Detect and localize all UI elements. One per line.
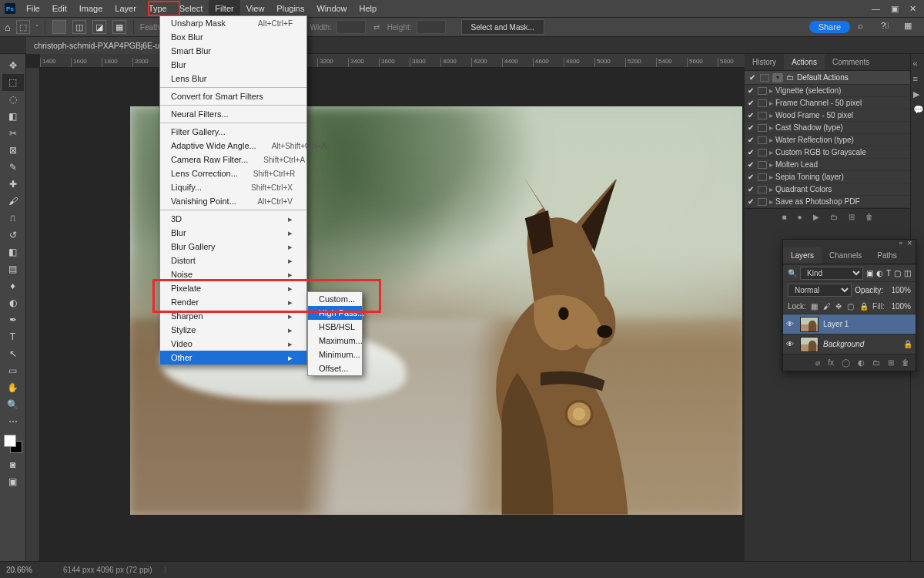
share-button[interactable]: Share xyxy=(809,21,850,33)
panel-tab-actions[interactable]: Actions xyxy=(784,54,825,70)
menu-item[interactable]: Offset... xyxy=(308,361,362,375)
history-brush-tool[interactable]: ↺ xyxy=(2,227,24,244)
home-icon[interactable]: ⌂ xyxy=(5,22,11,33)
menu-image[interactable]: Image xyxy=(73,0,109,17)
eyedropper-tool[interactable]: ✎ xyxy=(2,159,24,176)
rail-comment-icon[interactable]: 💬 xyxy=(913,105,922,114)
lock-pos-icon[interactable]: ✥ xyxy=(835,302,843,311)
width-input[interactable] xyxy=(336,20,366,34)
more-tools[interactable]: ⋯ xyxy=(2,413,24,430)
menu-item[interactable]: Blur Gallery▸ xyxy=(160,240,306,254)
menu-item[interactable]: Box Blur xyxy=(160,30,306,44)
panel-tab-comments[interactable]: Comments xyxy=(825,54,877,70)
menu-window[interactable]: Window xyxy=(310,0,353,17)
rail-menu-icon[interactable]: ≡ xyxy=(913,74,922,83)
blur-tool[interactable]: ♦ xyxy=(2,277,24,294)
sel-add-icon[interactable]: ◫ xyxy=(72,20,86,34)
panel-close-icon[interactable]: ✕ xyxy=(907,240,912,247)
brush-tool[interactable]: 🖌 xyxy=(2,193,24,210)
menu-item[interactable]: HSB/HSL xyxy=(308,320,362,334)
menu-item[interactable]: Camera Raw Filter...Shift+Ctrl+A xyxy=(160,153,306,166)
delete-layer-icon[interactable]: 🗑 xyxy=(902,358,909,367)
hand-tool[interactable]: ✋ xyxy=(2,379,24,396)
dodge-tool[interactable]: ◐ xyxy=(2,294,24,311)
menu-item[interactable]: Noise▸ xyxy=(160,267,306,281)
filter-smart-icon[interactable]: ◫ xyxy=(904,269,911,277)
menu-item[interactable]: Neural Filters... xyxy=(160,107,306,121)
action-item[interactable]: ✔▸Frame Channel - 50 pixel xyxy=(745,97,910,109)
height-input[interactable] xyxy=(417,20,446,34)
visibility-icon[interactable]: 👁 xyxy=(786,340,795,348)
screenmode-tool[interactable]: ▣ xyxy=(2,473,24,490)
adjust-icon[interactable]: ◐ xyxy=(858,358,865,367)
minimize-icon[interactable]: — xyxy=(872,4,880,14)
workspace-icon[interactable]: ▦ xyxy=(904,21,916,33)
heal-tool[interactable]: ✚ xyxy=(2,176,24,193)
action-item[interactable]: ✔▸Cast Shadow (type) xyxy=(745,122,910,134)
fx-icon[interactable]: fx xyxy=(828,358,834,367)
menu-item[interactable]: Sharpen▸ xyxy=(160,309,306,323)
filter-menu[interactable]: Unsharp MaskAlt+Ctrl+FBox BlurSmart Blur… xyxy=(159,15,307,365)
menu-item[interactable]: Maximum... xyxy=(308,334,362,348)
eraser-tool[interactable]: ◧ xyxy=(2,244,24,260)
menu-item[interactable]: Unsharp MaskAlt+Ctrl+F xyxy=(160,16,306,30)
lasso-tool[interactable]: ◌ xyxy=(2,91,24,108)
menu-layer[interactable]: Layer xyxy=(109,0,142,17)
trash-icon[interactable]: 🗑 xyxy=(865,213,873,221)
menu-item[interactable]: Distort▸ xyxy=(160,254,306,267)
panel-collapse-icon[interactable]: « xyxy=(899,240,902,247)
help-icon[interactable]: ?⃝ xyxy=(881,21,893,33)
new-layer-icon[interactable]: ⊞ xyxy=(888,358,894,367)
color-swatches[interactable] xyxy=(4,435,22,453)
panel-tab-history[interactable]: History xyxy=(745,54,784,70)
filter-adjust-icon[interactable]: ◐ xyxy=(876,269,883,277)
stop-icon[interactable]: ■ xyxy=(782,213,786,221)
menu-item[interactable]: Vanishing Point...Alt+Ctrl+V xyxy=(160,194,306,208)
close-icon[interactable]: ✕ xyxy=(909,4,916,14)
layers-tab-layers[interactable]: Layers xyxy=(783,247,822,264)
menu-item[interactable]: Stylize▸ xyxy=(160,323,306,337)
menu-edit[interactable]: Edit xyxy=(46,0,73,17)
action-item[interactable]: ✔▸Custom RGB to Grayscale xyxy=(745,146,910,159)
status-chevron-icon[interactable]: 〉 xyxy=(163,565,171,576)
sel-sub-icon[interactable]: ◪ xyxy=(92,20,106,34)
layer-row[interactable]: 👁Layer 1 xyxy=(783,314,916,334)
opacity-value[interactable]: 100% xyxy=(886,286,911,294)
lock-artboard-icon[interactable]: ▢ xyxy=(847,302,855,311)
lock-brush-icon[interactable]: 🖌 xyxy=(823,302,831,311)
lock-all-icon[interactable]: 🔒 xyxy=(859,302,868,311)
zoom-tool[interactable]: 🔍 xyxy=(2,396,24,413)
group-icon[interactable]: 🗀 xyxy=(872,358,880,367)
menu-item[interactable]: Pixelate▸ xyxy=(160,281,306,295)
maximize-icon[interactable]: ▣ xyxy=(891,4,899,14)
filter-other-submenu[interactable]: Custom...High Pass...HSB/HSLMaximum...Mi… xyxy=(307,291,363,376)
play-icon[interactable]: ▶ xyxy=(813,213,819,221)
menu-item[interactable]: Minimum... xyxy=(308,348,362,361)
menu-item[interactable]: Blur xyxy=(160,58,306,72)
menu-item[interactable]: Filter Gallery... xyxy=(160,125,306,139)
link-icon[interactable]: ⌀ xyxy=(815,358,820,367)
action-item[interactable]: ✔▸Wood Frame - 50 pixel xyxy=(745,109,910,122)
menu-item[interactable]: Liquify...Shift+Ctrl+X xyxy=(160,180,306,194)
menu-item[interactable]: Custom... xyxy=(308,292,362,306)
new-set-icon[interactable]: 🗀 xyxy=(830,213,838,221)
menu-help[interactable]: Help xyxy=(353,0,383,17)
sel-int-icon[interactable]: ▦ xyxy=(112,20,126,34)
menu-item[interactable]: 3D▸ xyxy=(160,212,306,226)
layers-tab-channels[interactable]: Channels xyxy=(822,247,869,264)
filter-shape-icon[interactable]: ▢ xyxy=(894,269,901,277)
action-item[interactable]: ✔▸Quadrant Colors xyxy=(745,183,910,196)
lock-pixels-icon[interactable]: ▦ xyxy=(811,302,819,311)
menu-item[interactable]: Blur▸ xyxy=(160,226,306,240)
rail-play-icon[interactable]: ▶ xyxy=(913,89,922,99)
filter-pixel-icon[interactable]: ▣ xyxy=(866,269,873,277)
frame-tool[interactable]: ⊠ xyxy=(2,142,24,159)
menu-item[interactable]: Video▸ xyxy=(160,337,306,351)
menu-item[interactable]: Smart Blur xyxy=(160,44,306,58)
menu-item[interactable]: Adaptive Wide Angle...Alt+Shift+Ctrl+A xyxy=(160,139,306,153)
menu-item[interactable]: Lens Correction...Shift+Ctrl+R xyxy=(160,166,306,180)
menu-plugins[interactable]: Plugins xyxy=(270,0,310,17)
pen-tool[interactable]: ✒ xyxy=(2,311,24,328)
layer-filter-select[interactable]: Kind xyxy=(800,267,863,280)
type-tool[interactable]: T xyxy=(2,328,24,345)
